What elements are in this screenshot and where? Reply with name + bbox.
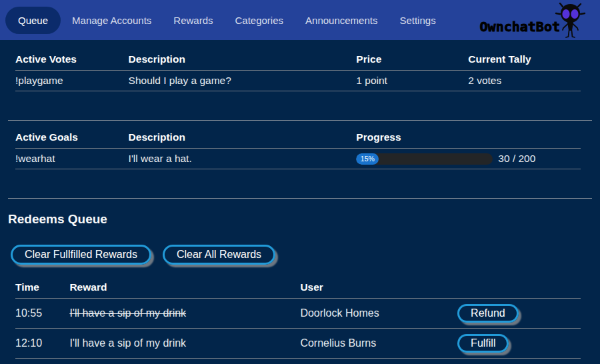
redeem-reward-text: I'll have a sip of my drink bbox=[69, 337, 186, 349]
redeems-header-row: Time Reward User bbox=[15, 279, 581, 299]
active-votes-header-row: Active Votes Description Price Current T… bbox=[15, 51, 581, 71]
tab-announcements[interactable]: Announcements bbox=[295, 7, 388, 34]
table-row: !wearhat I'll wear a hat. 15% 30 / 200 bbox=[15, 149, 581, 169]
top-navbar: Queue Manage Accounts Rewards Categories… bbox=[0, 0, 600, 40]
goal-description: I'll wear a hat. bbox=[129, 149, 357, 169]
redeem-user: Cornelius Burns bbox=[300, 329, 457, 359]
redeem-time: 12:10 bbox=[15, 329, 69, 359]
main-content: Active Votes Description Price Current T… bbox=[0, 40, 600, 359]
goal-progress-bar: 15% 30 / 200 bbox=[356, 153, 581, 165]
votes-col-command: Active Votes bbox=[15, 51, 129, 71]
progress-fill-badge: 15% bbox=[356, 153, 379, 165]
table-row: !playgame Should I play a game? 1 point … bbox=[15, 71, 581, 91]
redeems-col-actions bbox=[457, 279, 581, 299]
table-row: 12:10 I'll have a sip of my drink Cornel… bbox=[15, 329, 581, 359]
goals-col-command: Active Goals bbox=[15, 129, 129, 149]
redeems-col-user: User bbox=[300, 279, 457, 299]
redeem-action-cell: Fulfill bbox=[457, 329, 581, 359]
refund-button[interactable]: Refund bbox=[457, 304, 519, 323]
vote-tally: 2 votes bbox=[468, 71, 581, 91]
active-goals-header-row: Active Goals Description Progress bbox=[15, 129, 581, 149]
table-row: 10:55 I'll have a sip of my drink Doorlo… bbox=[15, 299, 581, 329]
tab-manage-accounts[interactable]: Manage Accounts bbox=[61, 7, 162, 34]
votes-col-description: Description bbox=[129, 51, 357, 71]
redeems-queue-table: Time Reward User 10:55 I'll have a sip o… bbox=[15, 279, 581, 359]
goal-progress-cell: 15% 30 / 200 bbox=[356, 149, 581, 169]
page-title-redeems-queue: Redeems Queue bbox=[8, 212, 592, 227]
brand-logo: OwnchatBot bbox=[480, 3, 586, 39]
redeem-user: Doorlock Homes bbox=[300, 299, 457, 329]
tab-rewards[interactable]: Rewards bbox=[163, 7, 223, 34]
section-divider bbox=[8, 120, 592, 121]
redeems-col-reward: Reward bbox=[69, 279, 300, 299]
redeem-reward: I'll have a sip of my drink bbox=[69, 329, 300, 359]
brand-logo-text: OwnchatBot bbox=[480, 20, 560, 33]
goal-command: !wearhat bbox=[15, 149, 129, 169]
section-divider bbox=[8, 198, 592, 199]
tab-queue[interactable]: Queue bbox=[5, 7, 61, 34]
vote-description: Should I play a game? bbox=[129, 71, 357, 91]
progress-value: 30 / 200 bbox=[498, 153, 535, 165]
active-goals-table: Active Goals Description Progress !wearh… bbox=[15, 129, 581, 169]
redeems-col-time: Time bbox=[15, 279, 69, 299]
clear-all-rewards-button[interactable]: Clear All Rewards bbox=[163, 245, 275, 265]
tab-categories[interactable]: Categories bbox=[224, 7, 294, 34]
progress-track: 15% bbox=[356, 153, 493, 165]
redeem-reward: I'll have a sip of my drink bbox=[69, 299, 300, 329]
votes-col-price: Price bbox=[356, 51, 468, 71]
tab-settings[interactable]: Settings bbox=[389, 7, 446, 34]
active-votes-table: Active Votes Description Price Current T… bbox=[15, 51, 581, 91]
robot-mascot-icon bbox=[560, 3, 586, 39]
clear-fulfilled-rewards-button[interactable]: Clear Fullfilled Rewards bbox=[11, 245, 151, 265]
votes-col-tally: Current Tally bbox=[468, 51, 581, 71]
vote-command: !playgame bbox=[15, 71, 129, 91]
redeem-time: 10:55 bbox=[15, 299, 69, 329]
redeem-reward-text-fulfilled: I'll have a sip of my drink bbox=[69, 307, 186, 319]
redeem-action-cell: Refund bbox=[457, 299, 581, 329]
goals-col-progress: Progress bbox=[356, 129, 581, 149]
goals-col-description: Description bbox=[129, 129, 357, 149]
redeems-actions: Clear Fullfilled Rewards Clear All Rewar… bbox=[11, 245, 592, 265]
vote-price: 1 point bbox=[356, 71, 468, 91]
fulfill-button[interactable]: Fulfill bbox=[457, 334, 509, 353]
